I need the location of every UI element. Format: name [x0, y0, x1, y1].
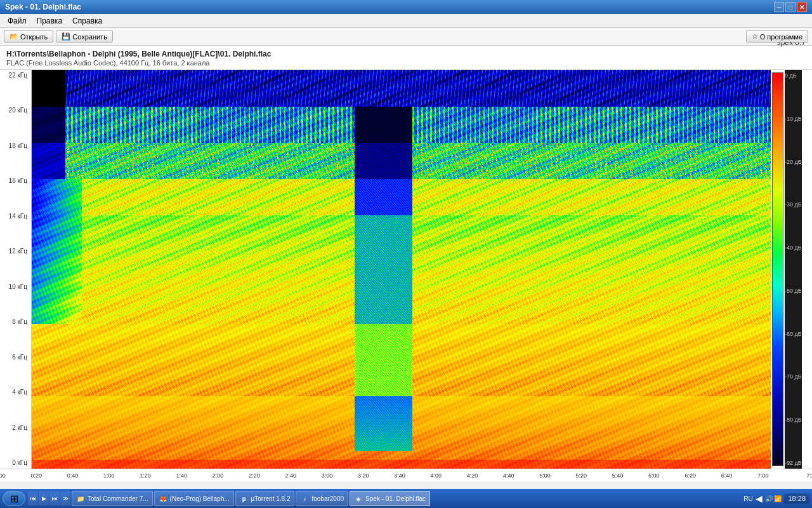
y-label-6: 6 кГц: [1, 354, 30, 361]
menu-edit[interactable]: Правка: [32, 15, 68, 27]
save-button[interactable]: 💾 Сохранить: [56, 30, 113, 43]
spectrogram-section: 22 кГц 20 кГц 18 кГц 16 кГц 14 кГц 12 кГ…: [0, 70, 812, 481]
y-label-10: 10 кГц: [1, 284, 30, 290]
taskbar-app-foobar[interactable]: ♪ foobar2000: [296, 491, 348, 506]
time-label: 5:20: [576, 472, 587, 479]
language-indicator: RU: [743, 495, 752, 502]
scale-40db: -40 дБ: [785, 244, 802, 251]
toolbar-left: 📂 Открыть 💾 Сохранить: [4, 30, 113, 43]
start-button[interactable]: ⊞: [3, 491, 25, 506]
spek-label: Spek - 01. Delphi.flac: [365, 495, 426, 502]
time-label: 1:40: [176, 472, 188, 479]
foobar-icon: ♪: [300, 494, 309, 503]
y-label-2: 2 кГц: [1, 425, 30, 431]
y-label-0: 0 кГц: [1, 460, 30, 466]
time-label: 3:00: [322, 472, 333, 479]
y-label-12: 12 кГц: [1, 248, 30, 255]
time-label: 4:20: [467, 472, 478, 479]
bellaphon-label: (Neo-Prog) Bellaph...: [170, 495, 230, 502]
network-icon: ◀: [756, 493, 763, 504]
spectrogram-canvas: [32, 70, 771, 469]
time-label: 2:40: [285, 472, 296, 479]
time-label: 4:40: [503, 472, 514, 479]
media-controls: ⏮ ▶ ⏭ ≫: [28, 491, 70, 505]
time-label: 6:00: [648, 472, 660, 479]
y-label-18: 18 кГц: [1, 143, 30, 149]
utorrent-label: µTorrent 1.8.2: [251, 495, 291, 502]
time-label: 1:00: [103, 472, 115, 479]
y-label-14: 14 кГц: [1, 213, 30, 220]
scale-92db: -92 дБ: [785, 460, 802, 466]
file-path: H:\Torrents\Bellaphon - Delphi (1995, Be…: [6, 50, 806, 58]
fileinfo: spek 0.7 H:\Torrents\Bellaphon - Delphi …: [0, 46, 812, 70]
taskbar: ⊞ ⏮ ▶ ⏭ ≫ 📁 Total Commander 7... 🦊 (Neo-…: [0, 489, 812, 508]
save-icon: 💾: [62, 32, 70, 41]
windows-icon: ⊞: [10, 493, 18, 505]
titlebar-title: Spek - 01. Delphi.flac: [5, 3, 81, 11]
minimize-button[interactable]: ─: [774, 2, 784, 12]
about-button[interactable]: ☆ О программе: [746, 30, 808, 43]
gradient-bar: [772, 72, 783, 466]
time-label: 0:00: [0, 472, 6, 479]
file-meta: FLAC (Free Lossless Audio Codec), 44100 …: [6, 59, 806, 67]
scale-0db: 0 дБ: [785, 72, 802, 79]
taskbar-right: RU ◀ 🔊 📶 18:28: [743, 493, 809, 504]
scale-80db: -80 дБ: [785, 417, 802, 423]
close-button[interactable]: ✕: [797, 2, 807, 12]
time-label: 5:00: [539, 472, 551, 479]
time-label: 5:40: [612, 472, 624, 479]
time-label: 0:20: [31, 472, 43, 479]
y-label-8: 8 кГц: [1, 319, 30, 325]
time-label: 3:40: [394, 472, 405, 479]
maximize-button[interactable]: □: [785, 2, 796, 12]
time-label: 4:00: [430, 472, 442, 479]
scale-60db: -60 дБ: [785, 331, 802, 337]
clock: 18:28: [784, 493, 809, 504]
scale-10db: -10 дБ: [785, 116, 802, 122]
utorrent-icon: µ: [240, 494, 249, 503]
taskbar-app-total-commander[interactable]: 📁 Total Commander 7...: [72, 491, 153, 506]
systray-icons: 🔊 📶: [765, 495, 782, 502]
scale-50db: -50 дБ: [785, 288, 802, 294]
y-label-22: 22 кГц: [1, 72, 30, 79]
y-label-20: 20 кГц: [1, 107, 30, 114]
time-label: 1:20: [140, 472, 151, 479]
open-button[interactable]: 📂 Открыть: [4, 30, 53, 43]
scale-labels: 0 дБ -10 дБ -20 дБ -30 дБ -40 дБ -50 дБ …: [785, 70, 802, 469]
media-next[interactable]: ⏭: [49, 491, 60, 505]
time-label: 2:20: [249, 472, 260, 479]
toolbar-right: ☆ О программе: [746, 30, 808, 43]
menubar: Файл Правка Справка: [0, 14, 812, 28]
y-axis: 22 кГц 20 кГц 18 кГц 16 кГц 14 кГц 12 кГ…: [0, 70, 32, 469]
taskbar-app-bellaphon[interactable]: 🦊 (Neo-Prog) Bellaph...: [154, 491, 234, 506]
time-label: 6:40: [721, 472, 733, 479]
total-commander-label: Total Commander 7...: [88, 495, 148, 502]
time-axis: 0:000:200:401:001:201:402:002:202:403:00…: [0, 469, 812, 481]
star-icon: ☆: [752, 32, 758, 41]
bellaphon-icon: 🦊: [159, 494, 167, 503]
taskbar-app-utorrent[interactable]: µ µTorrent 1.8.2: [235, 491, 295, 506]
menu-file[interactable]: Файл: [3, 15, 32, 27]
spectrogram-display: [32, 70, 771, 469]
time-label: 7:00: [757, 472, 769, 479]
total-commander-icon: 📁: [76, 494, 85, 503]
media-play[interactable]: ▶: [39, 491, 49, 505]
scale-20db: -20 дБ: [785, 159, 802, 165]
time-label: 0:40: [67, 472, 79, 479]
titlebar: Spek - 01. Delphi.flac ─ □ ✕: [0, 0, 812, 14]
toolbar: 📂 Открыть 💾 Сохранить ☆ О программе: [0, 28, 812, 46]
time-label: 7:27: [806, 472, 812, 479]
time-label: 3:20: [358, 472, 369, 479]
y-label-16: 16 кГц: [1, 178, 30, 184]
menu-help[interactable]: Справка: [67, 15, 107, 27]
titlebar-controls: ─ □ ✕: [774, 2, 807, 12]
y-label-4: 4 кГц: [1, 389, 30, 396]
taskbar-app-spek[interactable]: ◈ Spek - 01. Delphi.flac: [350, 491, 430, 506]
scale-70db: -70 дБ: [785, 373, 802, 380]
color-scale: 0 дБ -10 дБ -20 дБ -30 дБ -40 дБ -50 дБ …: [771, 70, 812, 469]
media-prev[interactable]: ⏮: [28, 491, 38, 505]
media-menu[interactable]: ≫: [60, 491, 70, 505]
foobar-label: foobar2000: [311, 495, 344, 502]
spek-icon: ◈: [354, 494, 363, 503]
time-label: 6:20: [684, 472, 696, 479]
